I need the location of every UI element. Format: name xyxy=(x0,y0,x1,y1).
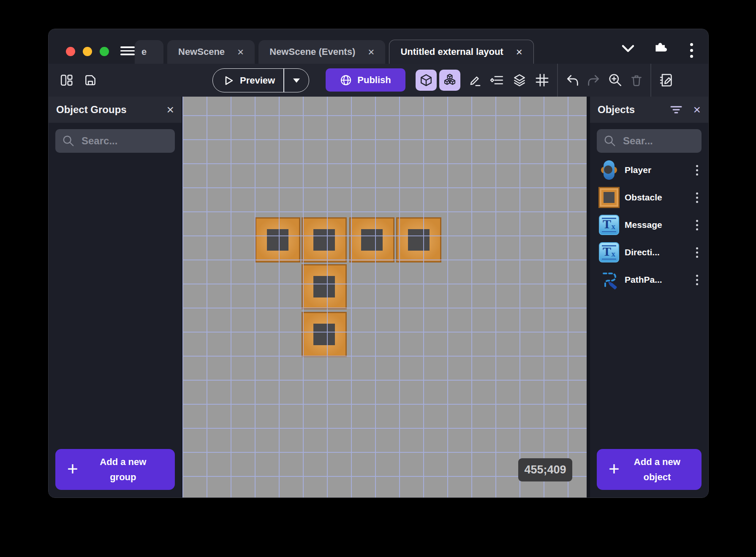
player-icon xyxy=(598,160,620,180)
layers-icon[interactable] xyxy=(512,73,527,87)
grid-icon[interactable] xyxy=(534,73,550,87)
redo-icon[interactable] xyxy=(587,74,601,87)
toolbar: Preview Publish xyxy=(49,64,708,97)
hamburger-menu-icon[interactable] xyxy=(120,46,135,55)
object-groups-search-input[interactable] xyxy=(81,135,168,147)
objects-panel: Objects × Playe xyxy=(590,97,708,498)
app-window: e NewScene × NewScene (Events) × Untitle… xyxy=(48,29,709,498)
object-groups-panel: Object Groups × + Add a new group xyxy=(49,97,182,498)
panel-divider xyxy=(587,97,590,498)
tab-label: Untitled external layout xyxy=(400,46,503,57)
object-options-kebab-icon[interactable] xyxy=(693,162,701,178)
objects-search[interactable] xyxy=(597,129,702,153)
tab-label: e xyxy=(141,46,147,57)
window-controls xyxy=(66,47,109,56)
object-groups-header: Object Groups × xyxy=(49,97,182,123)
edit-pencil-icon[interactable] xyxy=(468,73,482,87)
object-mode-cube-button[interactable] xyxy=(416,70,437,91)
tab-label: NewScene (Events) xyxy=(269,46,355,57)
preview-label: Preview xyxy=(240,75,275,86)
filter-icon[interactable] xyxy=(670,105,682,114)
obstacle-icon xyxy=(598,187,620,208)
save-icon[interactable] xyxy=(83,73,98,87)
scene-canvas[interactable]: 455;409 xyxy=(182,97,587,498)
object-row-obstacle[interactable]: Obstacle xyxy=(590,185,708,210)
obstacle-instance[interactable] xyxy=(302,217,347,262)
search-icon xyxy=(62,135,75,147)
minimize-window-button[interactable] xyxy=(83,47,92,56)
close-window-button[interactable] xyxy=(66,47,75,56)
close-tab-icon[interactable]: × xyxy=(237,46,244,57)
close-tab-icon[interactable]: × xyxy=(516,46,522,57)
add-object-button[interactable]: + Add a new object xyxy=(597,449,702,490)
obstacle-instance[interactable] xyxy=(255,217,300,262)
obstacle-instance[interactable] xyxy=(302,264,347,309)
tab-clipped[interactable]: e xyxy=(135,40,163,64)
obstacle-instance[interactable] xyxy=(349,217,394,262)
add-group-label: Add a new group xyxy=(87,454,170,484)
obstacle-instance[interactable] xyxy=(396,217,441,262)
tab-newscene[interactable]: NewScene × xyxy=(167,40,255,64)
globe-icon xyxy=(340,74,352,86)
tab-list-chevron-down-icon[interactable] xyxy=(620,43,636,54)
tab-newscene-events[interactable]: NewScene (Events) × xyxy=(258,40,385,64)
tab-bar: e NewScene × NewScene (Events) × Untitle… xyxy=(135,40,534,64)
play-icon xyxy=(223,75,234,86)
more-options-kebab-icon[interactable] xyxy=(690,43,693,58)
object-options-kebab-icon[interactable] xyxy=(693,190,701,205)
extensions-puzzle-icon[interactable] xyxy=(653,41,667,54)
object-groups-list xyxy=(49,153,182,449)
zoom-in-icon[interactable] xyxy=(608,73,623,87)
titlebar: e NewScene × NewScene (Events) × Untitle… xyxy=(49,29,708,64)
close-panel-icon[interactable]: × xyxy=(693,103,701,116)
plus-icon: + xyxy=(609,460,620,478)
cursor-coordinates-badge: 455;409 xyxy=(518,458,572,481)
path-painter-icon xyxy=(598,270,620,289)
add-object-label: Add a new object xyxy=(624,454,702,484)
close-tab-icon[interactable]: × xyxy=(368,46,374,57)
object-row-player[interactable]: Player xyxy=(590,158,708,182)
tab-label: NewScene xyxy=(178,46,225,57)
object-options-kebab-icon[interactable] xyxy=(693,245,701,260)
objects-title: Objects xyxy=(598,104,670,116)
objects-header: Objects × xyxy=(590,97,708,123)
trash-icon[interactable] xyxy=(630,73,643,87)
object-groups-search[interactable] xyxy=(55,129,175,153)
object-groups-title: Object Groups xyxy=(56,104,166,116)
close-panel-icon[interactable]: × xyxy=(166,103,174,116)
object-row-message[interactable]: Tx Message xyxy=(590,213,708,237)
obstacle-instance[interactable] xyxy=(302,312,347,357)
panels-layout-icon[interactable] xyxy=(60,73,74,87)
tab-untitled-external-layout[interactable]: Untitled external layout × xyxy=(389,40,533,64)
toolbar-separator xyxy=(557,64,558,97)
object-row-directions[interactable]: Tx Directi... xyxy=(590,240,708,265)
add-group-button[interactable]: + Add a new group xyxy=(55,449,175,490)
toolbar-separator xyxy=(650,64,651,97)
publish-button[interactable]: Publish xyxy=(326,68,405,92)
objects-list: Player Obstacle Tx Message xyxy=(590,153,708,449)
instances-list-icon[interactable] xyxy=(489,73,505,87)
object-options-kebab-icon[interactable] xyxy=(693,217,701,233)
grid-overlay xyxy=(182,97,587,498)
text-object-icon: Tx xyxy=(598,242,620,262)
publish-label: Publish xyxy=(357,75,391,86)
maximize-window-button[interactable] xyxy=(100,47,109,56)
object-row-pathpainter[interactable]: PathPa... xyxy=(590,268,708,292)
objects-search-input[interactable] xyxy=(622,135,695,147)
text-object-icon: Tx xyxy=(598,215,620,235)
main-area: Object Groups × + Add a new group 455;40… xyxy=(49,97,708,498)
plus-icon: + xyxy=(67,460,78,478)
edit-scene-properties-icon[interactable] xyxy=(658,73,674,87)
preview-button[interactable]: Preview xyxy=(212,68,309,92)
search-icon xyxy=(604,135,616,147)
object-options-kebab-icon[interactable] xyxy=(693,272,701,288)
undo-icon[interactable] xyxy=(565,74,579,87)
instances-mode-cubes-button[interactable] xyxy=(439,70,460,91)
preview-dropdown-caret-icon[interactable] xyxy=(284,78,309,83)
